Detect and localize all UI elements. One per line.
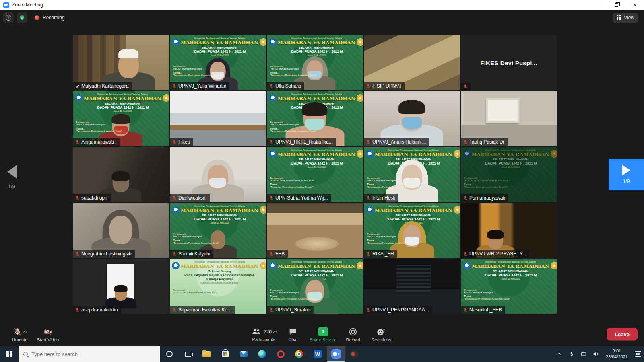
participant-tile[interactable]: FIKES Devi Puspi... <box>461 35 557 90</box>
folder-icon <box>202 351 211 357</box>
view-button[interactable]: View <box>613 13 638 23</box>
cortana-button[interactable] <box>160 346 179 362</box>
restore-button[interactable] <box>607 0 625 10</box>
opera-button[interactable] <box>271 346 290 362</box>
participants-button[interactable]: 220 Participants <box>249 323 279 346</box>
microsoft-store-button[interactable] <box>216 346 234 362</box>
start-button[interactable] <box>0 346 19 362</box>
university-logo-icon <box>172 262 180 269</box>
chat-button[interactable]: Chat <box>279 323 307 346</box>
tray-mic-button[interactable] <box>566 346 578 362</box>
muted-mic-icon <box>463 195 468 200</box>
file-explorer-button[interactable] <box>197 346 216 362</box>
encryption-button[interactable] <box>17 12 27 23</box>
participant-tile[interactable]: Universitas Pembangunan Nasional Veteran… <box>364 203 460 258</box>
university-logo-icon <box>463 150 471 158</box>
muted-mic-icon <box>463 140 468 144</box>
poster-title: MARHABAN YA RAMADHAN <box>84 96 161 101</box>
search-input[interactable] <box>31 351 144 357</box>
word-button[interactable]: W <box>308 346 327 362</box>
muted-mic-icon <box>75 251 80 256</box>
participant-tile[interactable]: FISIP UPNVJ <box>364 35 460 90</box>
participant-tile[interactable]: Universitas Pembangunan Nasional Veteran… <box>267 91 363 146</box>
poster-title: MARHABAN YA RAMADHAN <box>472 152 549 157</box>
start-video-button[interactable]: Start Video <box>34 326 62 343</box>
participant-tile[interactable]: asep kamaluddin <box>73 259 169 314</box>
participants-count: 220 <box>264 329 272 335</box>
audio-options-caret[interactable] <box>23 330 27 334</box>
participant-name-label: Suparman Fakultas Ke... <box>170 306 235 314</box>
poster-speaker: Prof. Dr. Mulyadi Kartanegara <box>173 68 231 70</box>
participant-tile[interactable]: FEB <box>267 203 363 258</box>
chrome-button[interactable] <box>290 346 308 362</box>
participant-tile[interactable]: Universitas Pembangunan Nasional Veteran… <box>364 147 460 202</box>
poster-speaker: Prof. Dr. Mulyadi Kartanegara <box>367 235 425 238</box>
previous-page-arrow[interactable] <box>7 165 17 179</box>
participant-tile[interactable]: Universitas Pembangunan Nasional Veteran… <box>170 35 266 90</box>
grid-view-icon <box>617 15 621 20</box>
edge-button[interactable] <box>253 346 271 362</box>
tray-network-button[interactable] <box>578 346 590 362</box>
participant-tile[interactable]: Universitas Pembangunan Nasional Veteran… <box>170 203 266 258</box>
campus-logo-icon <box>357 38 363 46</box>
participant-tile[interactable]: Universitas Pembangunan Nasional Veteran… <box>267 259 363 314</box>
participant-tile[interactable]: Noegrahini Lastiningsih <box>73 203 169 258</box>
share-screen-button[interactable]: Share Screen <box>307 323 339 346</box>
meeting-info-button[interactable]: i <box>3 12 14 23</box>
tray-clock[interactable]: 9:01 23/04/2021 <box>602 348 632 360</box>
muted-mic-icon <box>269 251 274 256</box>
participant-tile[interactable]: subakdi upn <box>73 147 169 202</box>
action-center-button[interactable] <box>632 346 644 362</box>
participant-tile[interactable]: Dianwicaksih <box>170 147 266 202</box>
zoom-app-button[interactable] <box>327 346 345 362</box>
participant-name-label: Dianwicaksih <box>170 194 210 202</box>
next-page-arrow[interactable]: 1/9 <box>609 159 644 190</box>
university-logo-icon <box>75 94 83 102</box>
participant-tile[interactable]: UPNVJ_Analis Hukum ... <box>364 91 460 146</box>
participant-tile[interactable]: Universitas Pembangunan Nasional Veteran… <box>170 259 266 314</box>
poster-title: MARHABAN YA RAMADHAN <box>375 208 452 213</box>
minimize-button[interactable] <box>588 0 607 10</box>
mail-button[interactable] <box>234 346 253 362</box>
browser-app-button[interactable] <box>345 346 364 362</box>
tray-volume-button[interactable] <box>590 346 602 362</box>
participants-caret[interactable] <box>273 330 277 334</box>
participant-tile[interactable]: Universitas Pembangunan Nasional Veteran… <box>73 91 169 146</box>
poster-theme-label: Tema : <box>76 127 134 130</box>
participant-tile[interactable]: Mulyadhi Kartanegara <box>73 35 169 90</box>
poster-speaker: Prof. Dr. Mulyadi Kartanegara <box>464 291 522 294</box>
close-button[interactable]: × <box>625 0 644 10</box>
tray-expand-button[interactable] <box>553 346 566 362</box>
leave-button[interactable]: Leave <box>607 328 638 341</box>
reactions-button[interactable]: Reactions <box>367 323 395 346</box>
action-center-icon <box>635 351 641 357</box>
participant-name: UPNVJ_PENGGANDAA... <box>372 307 429 313</box>
poster-date: Jumat, 16 April 2021 <box>472 166 549 168</box>
poster-university: Universitas Pembangunan Nasional Veteran… <box>181 37 258 39</box>
participant-name: UPNVJ_HKTL_Ristia Ika... <box>275 139 333 145</box>
participant-tile[interactable]: Universitas Pembangunan Nasional Veteran… <box>461 259 557 314</box>
task-view-button[interactable] <box>179 346 197 362</box>
poster-speaker: Prof. Dr. Mulyadi Kartanegara <box>270 123 328 126</box>
participant-name-label: RIKA _FH <box>364 250 397 258</box>
tray-mic-icon <box>568 351 574 357</box>
taskbar-search[interactable] <box>19 346 160 362</box>
participant-tile[interactable]: UPNVJ_PENGGANDAA... <box>364 259 460 314</box>
poster-theme-label: Tema : <box>270 127 328 130</box>
poster-theme: "Puasa dan Meningkatnya Kualitas Berpiki… <box>464 186 522 188</box>
participant-tile[interactable]: Taufiq Pasiak Dr <box>461 91 557 146</box>
participant-name-label: Taufiq Pasiak Dr <box>461 138 508 146</box>
restore-icon <box>615 3 618 7</box>
video-off-icon <box>43 327 53 336</box>
muted-mic-icon <box>366 140 371 144</box>
participant-tile[interactable]: Universitas Pembangunan Nasional Veteran… <box>461 147 557 202</box>
record-button[interactable]: Record <box>339 323 367 346</box>
participant-tile[interactable]: Universitas Pembangunan Nasional Veteran… <box>267 35 363 90</box>
participant-tile[interactable]: Fikes <box>170 91 266 146</box>
university-logo-icon <box>366 206 374 214</box>
participant-tile[interactable]: UPNVJ WR-2 PRASETY... <box>461 203 557 258</box>
participant-name: UPNVJ_Yulia Winartin <box>178 83 226 89</box>
participant-tile[interactable]: Universitas Pembangunan Nasional Veteran… <box>267 147 363 202</box>
participant-name: Ulfa Sahara <box>275 83 301 89</box>
unmute-button[interactable]: Unmute <box>6 326 34 343</box>
